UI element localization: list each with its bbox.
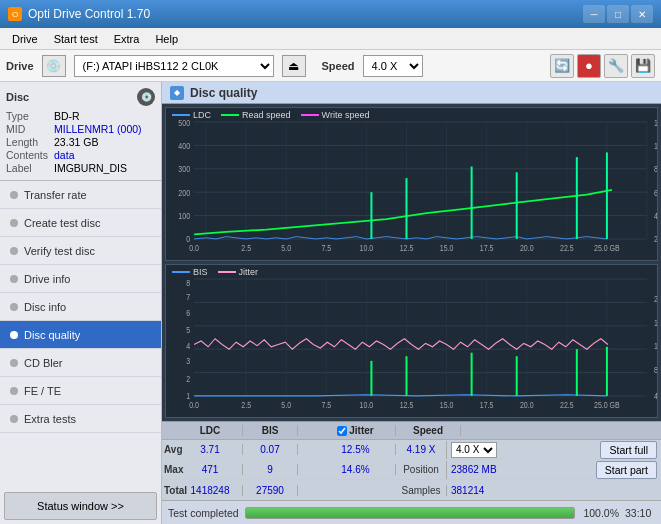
start-full-button[interactable]: Start full [600,441,657,459]
samples-value: 381214 [451,485,484,496]
menu-extra[interactable]: Extra [106,31,148,47]
settings-icon[interactable]: 🔧 [604,54,628,78]
avg-ldc: 3.71 [178,444,243,455]
max-jitter: 14.6% [316,464,396,475]
max-ldc: 471 [178,464,243,475]
drive-select[interactable]: (F:) ATAPI iHBS112 2 CL0K [74,55,274,77]
bis-legend-label: BIS [193,267,208,277]
type-value: BD-R [54,110,155,122]
total-bis: 27590 [243,485,298,496]
avg-jitter: 12.5% [316,444,396,455]
svg-text:12X: 12X [654,141,657,151]
svg-text:400: 400 [178,141,190,151]
nav-verify-test-disc[interactable]: Verify test disc [0,237,161,265]
svg-text:100: 100 [178,212,190,222]
nav-fe-te[interactable]: FE / TE [0,377,161,405]
bottom-chart-legend: BIS Jitter [172,267,258,277]
content-panel: ◆ Disc quality LDC Read speed [162,82,661,524]
title-bar: O Opti Drive Control 1.70 ─ □ ✕ [0,0,661,28]
nav-dot [10,415,18,423]
contents-label: Contents [6,149,48,161]
svg-text:22.5: 22.5 [560,400,574,410]
jitter-checkbox[interactable] [337,426,347,436]
svg-text:12.5: 12.5 [400,243,414,253]
top-chart-svg: 0 100 200 300 400 500 2X 4X 6X 8X 12X 18… [166,108,657,260]
refresh-icon[interactable]: 🔄 [550,54,574,78]
progress-bar-area: Test completed 100.0% 33:10 [162,500,661,524]
nav-label: Transfer rate [24,189,87,201]
svg-text:300: 300 [178,165,190,175]
svg-text:2.5: 2.5 [241,243,251,253]
svg-rect-48 [166,265,657,417]
jitter-legend-label: Jitter [239,267,259,277]
stats-max-row: Max 471 9 14.6% Position 23862 MB Start … [162,460,661,480]
read-speed-legend-label: Read speed [242,110,291,120]
position-label: Position [396,464,446,475]
jitter-legend-color [218,271,236,273]
ldc-legend-color [172,114,190,116]
progress-bar-outer [245,507,575,519]
drive-icon-button[interactable]: 💿 [42,55,66,77]
start-part-button[interactable]: Start part [596,461,657,479]
menu-start-test[interactable]: Start test [46,31,106,47]
save-icon[interactable]: 💾 [631,54,655,78]
jitter-legend: Jitter [218,267,259,277]
top-chart: LDC Read speed Write speed [165,107,658,261]
svg-text:8%: 8% [654,365,657,375]
speed-label: Speed [322,60,355,72]
progress-status: Test completed [168,507,239,519]
minimize-button[interactable]: ─ [583,5,605,23]
eject-button[interactable]: ⏏ [282,55,306,77]
nav-drive-info[interactable]: Drive info [0,265,161,293]
nav-label: Create test disc [24,217,100,229]
main-layout: Disc 💿 Type BD-R MID MILLENMR1 (000) Len… [0,82,661,524]
write-speed-legend: Write speed [301,110,370,120]
bottom-chart-svg: 1 2 3 4 5 6 7 8 4% 8% 12% 16% 20% 0.0 [166,265,657,417]
svg-text:20%: 20% [654,295,657,305]
nav-label: Verify test disc [24,245,95,257]
nav-dot [10,247,18,255]
max-right: 23862 MB Start part [446,461,661,479]
bis-legend: BIS [172,267,208,277]
svg-text:4%: 4% [654,392,657,402]
nav-disc-quality[interactable]: Disc quality [0,321,161,349]
avg-label: Avg [162,444,178,455]
svg-text:25.0 GB: 25.0 GB [594,400,620,410]
test-icon[interactable]: ● [577,54,601,78]
avg-speed: 4.19 X [396,444,446,455]
nav-create-test-disc[interactable]: Create test disc [0,209,161,237]
svg-text:5: 5 [186,325,190,335]
progress-percent: 100.0% [581,507,619,519]
speed-select[interactable]: 4.0 X [363,55,423,77]
svg-text:17.5: 17.5 [480,400,494,410]
menu-drive[interactable]: Drive [4,31,46,47]
svg-text:18X: 18X [654,118,657,128]
type-label: Type [6,110,48,122]
nav-disc-info[interactable]: Disc info [0,293,161,321]
top-chart-legend: LDC Read speed Write speed [172,110,369,120]
nav-items: Transfer rate Create test disc Verify te… [0,181,161,488]
nav-cd-bler[interactable]: CD Bler [0,349,161,377]
status-window-button[interactable]: Status window >> [4,492,157,520]
menu-help[interactable]: Help [147,31,186,47]
svg-text:2: 2 [186,374,190,384]
toolbar-icons: 🔄 ● 🔧 💾 [550,54,655,78]
total-right: 381214 [446,485,661,496]
nav-extra-tests[interactable]: Extra tests [0,405,161,433]
disc-panel: Disc 💿 Type BD-R MID MILLENMR1 (000) Len… [0,82,161,181]
svg-text:7.5: 7.5 [321,400,331,410]
disc-quality-header: ◆ Disc quality [162,82,661,104]
nav-transfer-rate[interactable]: Transfer rate [0,181,161,209]
dq-header-icon: ◆ [170,86,184,100]
close-button[interactable]: ✕ [631,5,653,23]
speed-select-stats[interactable]: 4.0 X [451,442,497,458]
svg-text:25.0 GB: 25.0 GB [594,243,620,253]
maximize-button[interactable]: □ [607,5,629,23]
svg-text:10.0: 10.0 [360,400,374,410]
mid-label: MID [6,123,48,135]
avg-right: 4.0 X Start full [446,441,661,459]
svg-text:20.0: 20.0 [520,243,534,253]
stats-header-jitter: Jitter [316,425,396,436]
svg-text:12%: 12% [654,342,657,352]
svg-text:16%: 16% [654,318,657,328]
